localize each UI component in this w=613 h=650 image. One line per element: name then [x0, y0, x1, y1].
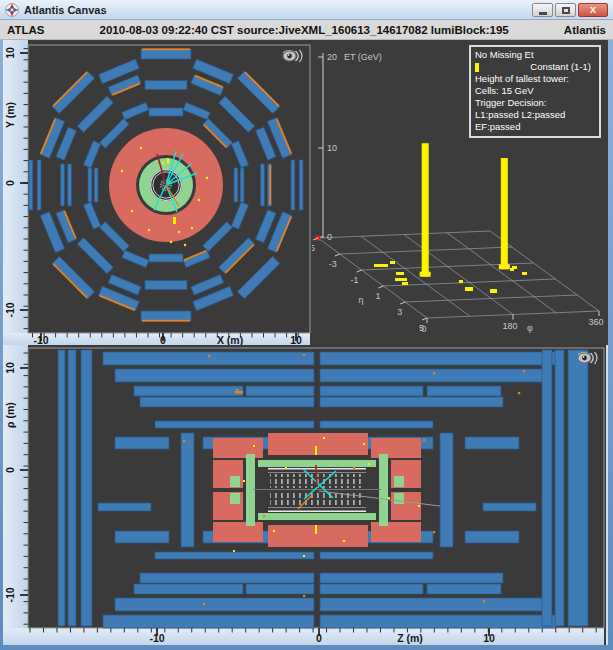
- et-axis-title: ET (GeV): [344, 52, 382, 62]
- maximize-icon: [562, 7, 570, 14]
- rz-rho-axis-strip: [3, 345, 28, 628]
- minimize-icon: [539, 12, 547, 15]
- titlebar[interactable]: Atlantis Canvas X: [0, 0, 613, 20]
- et-tick-label: 0: [327, 232, 332, 242]
- canvas-area: -10010X (m)100-10Y (m) 20100ET (GeV)-5-3…: [3, 40, 608, 645]
- axis-title: Z (m): [397, 632, 423, 644]
- phi-tick-label: 180: [502, 321, 517, 331]
- legend-tallest-tower: Height of tallest tower:: [475, 73, 595, 85]
- axis-title: ρ (m): [4, 402, 16, 428]
- eta-tick-label: -1: [351, 275, 359, 285]
- energy-tower: [422, 143, 429, 277]
- legend-trigger-result: L1:passed L2:passed EF:passed: [475, 109, 595, 133]
- eta-axis-title: η: [358, 295, 363, 305]
- tick-label: 0: [316, 632, 322, 644]
- tick-label: 0: [160, 334, 166, 346]
- tick-label: 10: [4, 47, 16, 59]
- eta-tick-label: 1: [375, 291, 380, 301]
- legend-missing-et: No Missing Et: [475, 49, 595, 61]
- tick-label: 0: [4, 180, 16, 186]
- lego-legend: No Missing Et Constant (1-1) Height of t…: [469, 45, 601, 138]
- muon-chamber: [145, 281, 187, 290]
- legend-trigger: Trigger Decision:: [475, 97, 595, 109]
- axis-title: X (m): [217, 334, 243, 346]
- et-tick-label: 20: [327, 52, 337, 62]
- legend-scale-label: Constant (1-1): [530, 61, 595, 73]
- track: [316, 465, 317, 487]
- axis-title: Y (m): [4, 102, 16, 128]
- app-name: Atlantis: [564, 24, 606, 36]
- rz-view[interactable]: -10010Z (m)100-10ρ (m): [3, 345, 608, 645]
- muon-chamber: [149, 108, 183, 116]
- muon-chamber: [149, 254, 183, 262]
- close-button[interactable]: X: [578, 3, 608, 17]
- tick-label: -10: [149, 632, 164, 644]
- tick-label: -10: [4, 302, 16, 317]
- tower-color-swatch: [475, 63, 479, 72]
- event-header-bar: ATLAS 2010-08-03 09:22:40 CST source:Jiv…: [0, 20, 613, 40]
- minimize-button[interactable]: [532, 3, 553, 17]
- xy-detector: [29, 48, 303, 321]
- phi-tick-label: 0: [421, 324, 426, 334]
- muon-chamber: [145, 81, 187, 90]
- event-info: 2010-08-03 09:22:40 CST source:JiveXML_1…: [44, 24, 563, 36]
- muon-chamber: [141, 311, 191, 322]
- maximize-button[interactable]: [555, 3, 576, 17]
- xy-view[interactable]: -10010X (m)100-10Y (m): [3, 40, 312, 345]
- rz-z-axis-strip: [3, 628, 604, 645]
- legend-cells: Cells: 15 GeV: [475, 85, 595, 97]
- tick-label: -10: [33, 334, 48, 346]
- tick-label: 10: [4, 362, 16, 374]
- et-tick-label: 10: [327, 143, 337, 153]
- experiment-name: ATLAS: [7, 24, 44, 36]
- eta-tick-label: -3: [329, 259, 337, 269]
- atlantis-canvas-window: Atlantis Canvas X ATLAS 2010-08-03 09:22…: [0, 0, 613, 650]
- xy-y-axis-strip: [3, 40, 28, 345]
- phi-tick-label: 360: [588, 317, 603, 327]
- window-title: Atlantis Canvas: [24, 4, 107, 16]
- eta-tick-label: -5: [312, 243, 315, 253]
- eta-tick-label: 3: [397, 307, 402, 317]
- tick-label: -10: [4, 587, 16, 602]
- window-icon: [5, 3, 19, 17]
- tick-label: 10: [290, 334, 302, 346]
- close-icon: X: [590, 6, 596, 15]
- muon-chamber: [141, 48, 191, 59]
- tick-label: 10: [483, 632, 495, 644]
- energy-tower: [501, 158, 508, 269]
- tick-label: 0: [4, 467, 16, 473]
- phi-axis-title: φ: [527, 323, 533, 333]
